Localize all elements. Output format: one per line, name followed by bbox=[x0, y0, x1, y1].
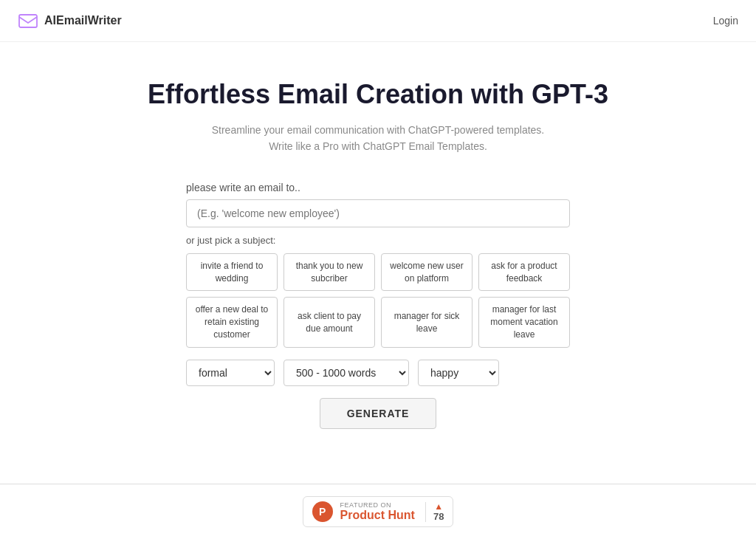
ph-vote-count: 78 bbox=[433, 511, 444, 522]
product-hunt-badge[interactable]: P FEATURED ON Product Hunt ▲ 78 bbox=[303, 496, 454, 527]
subject-chips-grid: invite a friend to wedding thank you to … bbox=[186, 253, 570, 348]
hero-subtitle: Streamline your email communication with… bbox=[212, 122, 545, 155]
chip-sick-leave[interactable]: manager for sick leave bbox=[381, 297, 472, 347]
mood-select[interactable]: happy sad angry neutral bbox=[418, 360, 499, 386]
tone-select[interactable]: formal casual professional bbox=[186, 360, 275, 386]
login-link[interactable]: Login bbox=[713, 15, 738, 27]
chip-pay-due[interactable]: ask client to pay due amount bbox=[284, 297, 375, 347]
main-content: Effortless Email Creation with GPT-3 Str… bbox=[0, 42, 756, 429]
form-main-label: please write an email to.. bbox=[186, 182, 570, 193]
generate-button[interactable]: GENERATE bbox=[320, 398, 437, 429]
subject-pick-label: or just pick a subject: bbox=[186, 235, 570, 246]
generate-btn-row: GENERATE bbox=[186, 398, 570, 429]
chip-product-feedback[interactable]: ask for a product feedback bbox=[478, 253, 570, 292]
email-icon bbox=[18, 10, 38, 31]
footer: P FEATURED ON Product Hunt ▲ 78 bbox=[0, 484, 756, 539]
logo-text: AIEmailWriter bbox=[44, 14, 122, 27]
subtitle-line2: Write like a Pro with ChatGPT Email Temp… bbox=[269, 140, 487, 152]
ph-arrow-icon: ▲ bbox=[434, 502, 443, 511]
chip-vacation-leave[interactable]: manager for last moment vacation leave bbox=[478, 297, 570, 347]
dropdowns-row: formal casual professional 100 - 300 wor… bbox=[186, 360, 570, 386]
chip-new-deal[interactable]: offer a new deal to retain existing cust… bbox=[186, 297, 278, 347]
word-count-select[interactable]: 100 - 300 words 300 - 500 words 500 - 10… bbox=[284, 360, 409, 386]
email-topic-input[interactable] bbox=[186, 199, 570, 227]
form-area: please write an email to.. or just pick … bbox=[186, 182, 570, 429]
product-hunt-icon: P bbox=[312, 501, 333, 522]
subtitle-line1: Streamline your email communication with… bbox=[212, 124, 545, 136]
header: AIEmailWriter Login bbox=[0, 0, 756, 42]
ph-name-label: Product Hunt bbox=[340, 509, 415, 522]
product-hunt-text: FEATURED ON Product Hunt bbox=[340, 501, 415, 522]
logo-area: AIEmailWriter bbox=[18, 10, 122, 31]
svg-rect-0 bbox=[19, 15, 37, 27]
ph-votes-area: ▲ 78 bbox=[425, 502, 444, 522]
chip-welcome-user[interactable]: welcome new user on platform bbox=[381, 253, 472, 292]
chip-invite-friend[interactable]: invite a friend to wedding bbox=[186, 253, 278, 292]
hero-title: Effortless Email Creation with GPT-3 bbox=[148, 79, 608, 110]
chip-thank-you[interactable]: thank you to new subcriber bbox=[284, 253, 375, 292]
ph-featured-label: FEATURED ON bbox=[340, 501, 415, 509]
